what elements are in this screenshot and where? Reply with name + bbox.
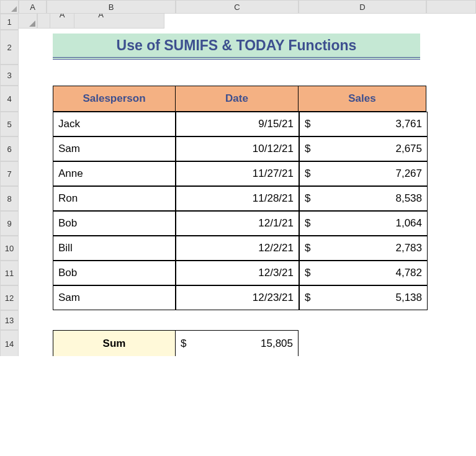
- row-12[interactable]: 12: [0, 285, 19, 310]
- sum-value[interactable]: $ 15,805: [175, 330, 299, 356]
- cell-sales[interactable]: $1,064: [299, 211, 428, 236]
- cell-name[interactable]: Ron: [53, 186, 176, 211]
- cell-date[interactable]: 10/12/21: [176, 136, 299, 161]
- sum-label[interactable]: Sum: [53, 330, 176, 356]
- cell-name[interactable]: Bob: [53, 211, 176, 236]
- row-3[interactable]: 3: [0, 65, 19, 86]
- header-date[interactable]: Date: [175, 86, 299, 112]
- cell-name[interactable]: Anne: [53, 161, 176, 186]
- row-14[interactable]: 14: [0, 330, 19, 356]
- cell-name[interactable]: Jack: [53, 112, 176, 136]
- row-7[interactable]: 7: [0, 161, 19, 186]
- row-8[interactable]: 8: [0, 186, 19, 211]
- select-all-btn[interactable]: [0, 0, 19, 14]
- header-salesperson[interactable]: Salesperson: [53, 86, 176, 112]
- row-10[interactable]: 10: [0, 236, 19, 261]
- row-1[interactable]: 1: [0, 14, 19, 30]
- sum-currency: $: [181, 338, 186, 350]
- row-9[interactable]: 9: [0, 211, 19, 236]
- title-text: Use of SUMIFS & TODAY Functions: [117, 37, 357, 54]
- row-13[interactable]: 13: [0, 310, 19, 330]
- row-2[interactable]: 2: [0, 30, 19, 65]
- title-banner: Use of SUMIFS & TODAY Functions: [53, 34, 420, 60]
- header-sales[interactable]: Sales: [298, 86, 426, 112]
- data-rows: Jack 9/15/21 $3,761 Sam 10/12/21 $2,675 …: [53, 112, 428, 310]
- cell-date[interactable]: 11/27/21: [176, 161, 299, 186]
- row-11[interactable]: 11: [0, 261, 19, 285]
- cell-sales[interactable]: $2,783: [299, 236, 428, 261]
- cell-name[interactable]: Sam: [53, 136, 176, 161]
- cell-name[interactable]: Bob: [53, 261, 176, 285]
- cell-sales[interactable]: $3,761: [299, 112, 428, 136]
- col-header-d[interactable]: D: [299, 0, 426, 14]
- cell-sales[interactable]: $8,538: [299, 186, 428, 211]
- col-header-c[interactable]: C: [176, 0, 299, 14]
- cell-date[interactable]: 12/2/21: [176, 236, 299, 261]
- col-header-a[interactable]: A: [19, 0, 47, 14]
- col-header-b[interactable]: B: [47, 0, 176, 14]
- cell-name[interactable]: Sam: [53, 285, 176, 310]
- cell-date[interactable]: 12/3/21: [176, 261, 299, 285]
- cell-sales[interactable]: $4,782: [299, 261, 428, 285]
- cell-sales[interactable]: $2,675: [299, 136, 428, 161]
- row-5[interactable]: 5: [0, 112, 19, 136]
- cell-date[interactable]: 9/15/21: [176, 112, 299, 136]
- cell-name[interactable]: Bill: [53, 236, 176, 261]
- cell-date[interactable]: 12/23/21: [176, 285, 299, 310]
- col-header-blank[interactable]: [426, 0, 476, 14]
- sheet: A B C D 1 2 3 4 5 6 7 8 9 10 11 12 13 14…: [0, 0, 476, 356]
- cell-date[interactable]: 11/28/21: [176, 186, 299, 211]
- cell-sales[interactable]: $7,267: [299, 161, 428, 186]
- row-4[interactable]: 4: [0, 86, 19, 112]
- sum-amount: 15,805: [261, 338, 293, 350]
- cell-date[interactable]: 12/1/21: [176, 211, 299, 236]
- row-6[interactable]: 6: [0, 136, 19, 161]
- cell-sales[interactable]: $5,138: [299, 285, 428, 310]
